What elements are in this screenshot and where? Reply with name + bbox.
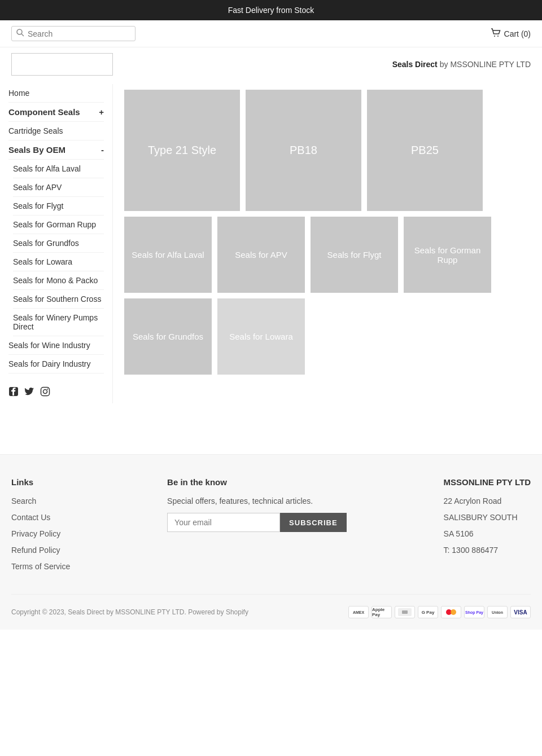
product-type21[interactable]: Type 21 Style (124, 90, 240, 211)
cart-link[interactable]: Cart (0) (491, 28, 531, 39)
company-heading: MSSONLINE PTY LTD (444, 477, 531, 487)
newsletter-description: Special offers, features, technical arti… (167, 495, 347, 507)
footer-grid: Links Search Contact Us Privacy Policy R… (11, 477, 531, 577)
product-label: Seals for APV (235, 250, 287, 260)
product-label: Seals for Alfa Laval (132, 250, 204, 260)
svg-point-0 (17, 29, 22, 34)
email-input[interactable] (167, 513, 280, 532)
footer-link-contact[interactable]: Contact Us (11, 512, 70, 524)
product-label: Seals for Flygt (327, 250, 382, 260)
subscribe-button[interactable]: SUBSCRIBE (280, 513, 347, 532)
company-address: 22 Acrylon Road (444, 495, 531, 507)
svg-rect-9 (402, 610, 408, 614)
logo-area: Seals Direct by MSSONLINE PTY LTD (0, 47, 542, 78)
main-layout: Home Component Seals + Cartridge Seals S… (0, 78, 542, 409)
twitter-link[interactable] (24, 386, 34, 399)
cart-label: Cart (0) (504, 29, 531, 38)
footer-link-terms[interactable]: Terms of Service (11, 561, 70, 573)
site-title: Seals Direct by MSSONLINE PTY LTD (392, 60, 531, 69)
footer-link-privacy[interactable]: Privacy Policy (11, 528, 70, 540)
footer-newsletter-col: Be in the know Special offers, features,… (167, 477, 347, 577)
sidebar-item-winery-pumps-direct[interactable]: Seals for Winery Pumps Direct (13, 309, 104, 336)
sidebar-item-southern-cross[interactable]: Seals for Southern Cross (13, 290, 104, 309)
company-suburb: SALISBURY SOUTH (444, 512, 531, 524)
product-label: Seals for Grundfos (133, 332, 203, 341)
search-input[interactable] (28, 29, 130, 38)
product-grundfos[interactable]: Seals for Grundfos (124, 298, 212, 375)
sidebar-item-component-seals[interactable]: Component Seals + (8, 103, 104, 122)
product-row-2: Seals for Alfa Laval Seals for APV Seals… (124, 217, 531, 293)
footer: Links Search Contact Us Privacy Policy R… (0, 454, 542, 630)
sidebar-item-alfa-laval[interactable]: Seals for Alfa Laval (13, 160, 104, 178)
product-alfa-laval[interactable]: Seals for Alfa Laval (124, 217, 212, 293)
facebook-link[interactable] (8, 386, 19, 399)
payment-gpay: G Pay (418, 606, 438, 618)
sidebar: Home Component Seals + Cartridge Seals S… (0, 84, 113, 403)
sidebar-item-lowara[interactable]: Seals for Lowara (13, 253, 104, 271)
search-icon (16, 29, 24, 38)
product-row-1: Type 21 Style PB18 PB25 (124, 90, 531, 211)
svg-point-6 (43, 390, 47, 394)
svg-point-11 (451, 609, 456, 615)
main-content: Type 21 Style PB18 PB25 Seals for Alfa L… (113, 84, 542, 403)
social-links (8, 382, 104, 403)
company-state: SA 5106 (444, 528, 531, 540)
copyright-text: Copyright © 2023, Seals Direct by MSSONL… (11, 608, 248, 616)
product-pb25[interactable]: PB25 (367, 90, 483, 211)
sidebar-item-seals-by-oem[interactable]: Seals By OEM - (8, 140, 104, 160)
product-pb18[interactable]: PB18 (246, 90, 361, 211)
sidebar-item-grundfos[interactable]: Seals for Grundfos (13, 234, 104, 253)
payment-visa: VISA (510, 606, 531, 618)
svg-point-2 (494, 36, 495, 37)
product-flygt[interactable]: Seals for Flygt (311, 217, 398, 293)
product-label: PB25 (411, 144, 439, 157)
instagram-link[interactable] (40, 386, 50, 399)
collapse-icon: - (101, 145, 104, 155)
banner-text: Fast Delivery from Stock (228, 6, 314, 15)
payment-amex: AMEX (348, 606, 369, 618)
svg-point-7 (47, 389, 48, 390)
footer-links-col: Links Search Contact Us Privacy Policy R… (11, 477, 70, 577)
sidebar-sub-items: Seals for Alfa Laval Seals for APV Seals… (8, 160, 104, 336)
company-phone: T: 1300 886477 (444, 544, 531, 556)
sidebar-item-home[interactable]: Home (8, 84, 104, 103)
sidebar-item-cartridge-seals[interactable]: Cartridge Seals (8, 122, 104, 140)
sidebar-item-mono-packo[interactable]: Seals for Mono & Packo (13, 271, 104, 290)
payment-icons: AMEX Apple Pay G Pay Shop Pay Union VISA (348, 606, 531, 618)
footer-link-refund[interactable]: Refund Policy (11, 544, 70, 556)
header: Cart (0) (0, 20, 542, 47)
search-form[interactable] (11, 26, 136, 41)
svg-rect-5 (41, 388, 50, 396)
logo-placeholder (11, 53, 113, 76)
payment-unionpay: Union (487, 606, 508, 618)
expand-icon: + (99, 107, 104, 117)
sidebar-item-wine-industry[interactable]: Seals for Wine Industry (8, 336, 104, 355)
product-apv[interactable]: Seals for APV (217, 217, 305, 293)
svg-point-3 (497, 36, 499, 37)
product-label: Seals for Lowara (229, 332, 293, 341)
product-gorman-rupp[interactable]: Seals for Gorman Rupp (404, 217, 491, 293)
sidebar-item-flygt[interactable]: Seals for Flygt (13, 197, 104, 216)
footer-link-search[interactable]: Search (11, 495, 70, 507)
product-lowara[interactable]: Seals for Lowara (217, 298, 305, 375)
product-label: PB18 (290, 144, 317, 157)
sidebar-item-dairy-industry[interactable]: Seals for Dairy Industry (8, 355, 104, 373)
top-banner: Fast Delivery from Stock (0, 0, 542, 20)
sidebar-item-gorman-rupp[interactable]: Seals for Gorman Rupp (13, 216, 104, 234)
newsletter-form: SUBSCRIBE (167, 513, 347, 532)
newsletter-heading: Be in the know (167, 477, 347, 487)
payment-applepay: Apple Pay (371, 606, 392, 618)
payment-mastercard (441, 606, 461, 618)
sidebar-item-apv[interactable]: Seals for APV (13, 178, 104, 197)
product-label: Type 21 Style (148, 144, 216, 157)
svg-line-1 (21, 34, 24, 36)
cart-icon (491, 28, 501, 39)
payment-generic (395, 606, 415, 618)
footer-bottom: Copyright © 2023, Seals Direct by MSSONL… (11, 594, 531, 618)
payment-shoppay: Shop Pay (464, 606, 484, 618)
product-label: Seals for Gorman Rupp (404, 245, 491, 265)
product-row-3: Seals for Grundfos Seals for Lowara (124, 298, 531, 375)
links-heading: Links (11, 477, 70, 487)
footer-company-col: MSSONLINE PTY LTD 22 Acrylon Road SALISB… (444, 477, 531, 577)
